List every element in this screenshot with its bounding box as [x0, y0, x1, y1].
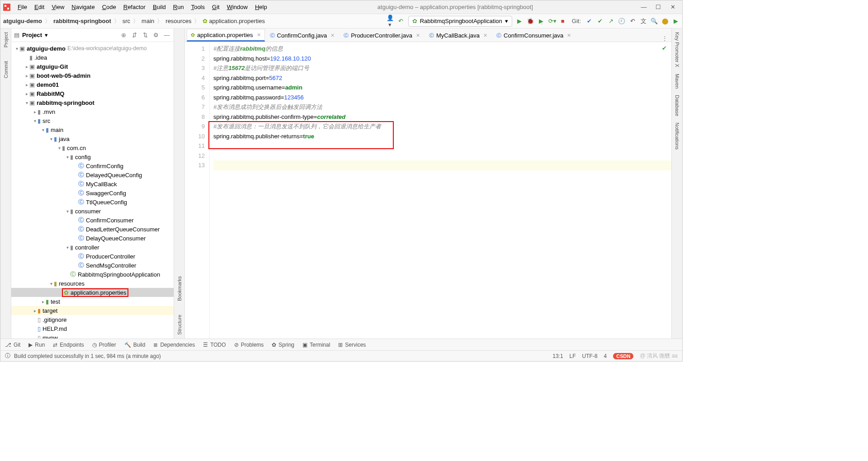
tree-item-sendmsgcontroller[interactable]: ⒸSendMsgController	[11, 261, 174, 270]
menu-window[interactable]: Window	[224, 3, 250, 11]
tabs-more-icon[interactable]: ⋮	[658, 35, 671, 42]
tab-close-icon[interactable]: ✕	[483, 33, 487, 38]
tab-close-icon[interactable]: ✕	[257, 32, 261, 38]
git-history-icon[interactable]: 🕘	[618, 18, 625, 24]
tree-item-target[interactable]: ▸▮target	[11, 306, 174, 315]
project-tree[interactable]: ▾▣atguigu-demoE:\idea-workspace\atguigu-…	[11, 42, 174, 339]
tree-item-rabbitmq-springboot[interactable]: ▾▣rabbitmq-springboot	[11, 98, 174, 107]
toolwin-git[interactable]: ⎇Git	[5, 342, 20, 348]
tree-item-test[interactable]: ▸▮test	[11, 297, 174, 306]
tree-item-atguigu-git[interactable]: ▸▣atguigu-Git	[11, 62, 174, 71]
tab-application-properties[interactable]: ✿application.properties✕	[187, 29, 265, 42]
crumb-3[interactable]: main	[142, 18, 154, 24]
code-line-6[interactable]: spring.rabbitmq.password=123456	[213, 93, 671, 103]
tree-item-demo01[interactable]: ▸▣demo01	[11, 80, 174, 89]
code-line-11[interactable]	[213, 141, 671, 151]
menu-build[interactable]: Build	[150, 3, 169, 11]
code-line-13[interactable]	[213, 160, 671, 170]
code-line-2[interactable]: spring.rabbitmq.host=192.168.10.120	[213, 54, 671, 64]
crumb-2[interactable]: src	[123, 18, 130, 24]
tree-item-java[interactable]: ▾▮java	[11, 134, 174, 143]
tree-item-main[interactable]: ▾▮main	[11, 125, 174, 134]
toolwin-spring[interactable]: ✿Spring	[272, 342, 294, 348]
rail-database[interactable]: Database	[675, 95, 680, 116]
toolwin-build[interactable]: 🔨Build	[124, 342, 146, 348]
tree-root[interactable]: ▾▣atguigu-demoE:\idea-workspace\atguigu-…	[11, 44, 174, 53]
code-line-1[interactable]: #配置连接rabbitmq的信息	[213, 44, 671, 54]
tree-item-application-properties[interactable]: ✿application.properties	[11, 288, 174, 297]
tree-item-rabbitmq[interactable]: ▸▣RabbitMQ	[11, 89, 174, 98]
tree-item-ttlqueueconfig[interactable]: ⒸTtlQueueConfig	[11, 198, 174, 207]
search-icon[interactable]: 🔍	[651, 18, 658, 24]
code-line-8[interactable]: spring.rabbitmq.publisher-confirm-type=c…	[213, 112, 671, 122]
tab-close-icon[interactable]: ✕	[567, 33, 571, 38]
run-icon[interactable]: ▶	[516, 18, 523, 24]
tree-item-help-md[interactable]: ▯HELP.md	[11, 324, 174, 333]
line-separator[interactable]: LF	[570, 353, 576, 359]
tree-item-resources[interactable]: ▾▮resources	[11, 279, 174, 288]
code-line-12[interactable]	[213, 151, 671, 161]
select-opened-file-icon[interactable]: ⊕	[119, 32, 127, 38]
menu-run[interactable]: Run	[170, 3, 187, 11]
crumb-5[interactable]: ✿application.properties	[203, 18, 265, 24]
menu-edit[interactable]: Edit	[32, 3, 47, 11]
code-line-4[interactable]: spring.rabbitmq.port=5672	[213, 73, 671, 83]
tab-mycallback-java[interactable]: ⒸMyCallBack.java✕	[425, 29, 491, 42]
tree-item-delayedqueueconfig[interactable]: ⒸDelayedQueueConfig	[11, 170, 174, 179]
crumb-1[interactable]: rabbitmq-springboot	[53, 18, 111, 24]
menu-navigate[interactable]: Navigate	[69, 3, 97, 11]
code-editor[interactable]: 12345678910111213 #配置连接rabbitmq的信息spring…	[185, 42, 671, 339]
toolwin-profiler[interactable]: ◷Profiler	[92, 342, 116, 348]
file-encoding[interactable]: UTF-8	[582, 353, 598, 359]
tree-item-deadletterqueueconsumer[interactable]: ⒸDeadLetterQueueConsumer	[11, 225, 174, 234]
toolwin-dependencies[interactable]: ≣Dependencies	[153, 342, 195, 348]
git-rollback-icon[interactable]: ↶	[629, 18, 636, 24]
ide-settings-icon[interactable]: ⬤	[661, 18, 669, 24]
git-push-icon[interactable]: ↗	[607, 18, 614, 24]
tree-item-confirmconsumer[interactable]: ⒸConfirmConsumer	[11, 216, 174, 225]
stop-icon[interactable]: ■	[559, 18, 566, 24]
code-line-10[interactable]: spring.rabbitmq.publisher-returns=true	[213, 132, 671, 141]
tree-item-confirmconfig[interactable]: ⒸConfirmConfig	[11, 161, 174, 170]
profile-icon[interactable]: ⟳▾	[548, 18, 556, 24]
toolwin-run[interactable]: ▶Run	[28, 342, 45, 348]
toolwin-problems[interactable]: ⊘Problems	[234, 342, 264, 348]
hide-icon[interactable]: —	[163, 32, 171, 38]
tree-item-consumer[interactable]: ▾▮consumer	[11, 207, 174, 216]
menu-view[interactable]: View	[49, 3, 67, 11]
tree-item-boot-web-05-admin[interactable]: ▸▣boot-web-05-admin	[11, 71, 174, 80]
debug-icon[interactable]: 🐞	[527, 18, 534, 24]
run-anything-icon[interactable]: ▶	[672, 18, 679, 24]
minimize-button[interactable]: —	[641, 4, 647, 10]
tab-producercontroller-java[interactable]: ⒸProducerController.java✕	[340, 29, 424, 42]
tree-item--idea[interactable]: ▮.idea	[11, 53, 174, 62]
menu-git[interactable]: Git	[209, 3, 222, 11]
tree-item--mvn[interactable]: ▸▮.mvn	[11, 107, 174, 116]
translate-icon[interactable]: 文	[640, 17, 647, 25]
tab-close-icon[interactable]: ✕	[330, 33, 335, 38]
menu-refactor[interactable]: Refactor	[121, 3, 148, 11]
crumb-0[interactable]: atguigu-demo	[3, 18, 42, 24]
indent-label[interactable]: 4	[604, 353, 607, 359]
rail-structure[interactable]: Structure	[177, 315, 182, 335]
tree-item-mvnw[interactable]: ▯mvnw	[11, 333, 174, 339]
breadcrumb[interactable]: atguigu-demo〉rabbitmq-springboot〉src〉mai…	[3, 17, 265, 25]
tree-item-swaggerconfig[interactable]: ⒸSwaggerConfig	[11, 188, 174, 198]
code-line-7[interactable]: #发布消息成功到交换器后会触发回调方法	[213, 102, 671, 112]
analysis-ok-icon[interactable]: ✔	[662, 45, 667, 52]
tree-item-config[interactable]: ▾▮config	[11, 152, 174, 161]
close-button[interactable]: ✕	[670, 4, 676, 10]
expand-all-icon[interactable]: ⇵	[130, 32, 138, 38]
collapse-all-icon[interactable]: ⇅	[141, 32, 149, 38]
maximize-button[interactable]: ☐	[655, 4, 661, 10]
git-commit-icon[interactable]: ✔	[596, 18, 604, 24]
tree-item-controller[interactable]: ▾▮controller	[11, 243, 174, 252]
tab-confirmconfig-java[interactable]: ⒸConfirmConfig.java✕	[266, 29, 339, 42]
run-config-selector[interactable]: ✿ RabbitmqSpringbootApplication ▾	[408, 16, 512, 27]
toolwin-todo[interactable]: ☰TODO	[203, 342, 226, 348]
tree-item-rabbitmqspringbootapplication[interactable]: ⒸRabbitmqSpringbootApplication	[11, 270, 174, 279]
crumb-4[interactable]: resources	[165, 18, 191, 24]
menu-tools[interactable]: Tools	[189, 3, 208, 11]
code-line-3[interactable]: #注意15672是访问管理界面的端口号	[213, 63, 671, 73]
tree-item-delayqueueconsumer[interactable]: ⒸDelayQueueConsumer	[11, 234, 174, 243]
